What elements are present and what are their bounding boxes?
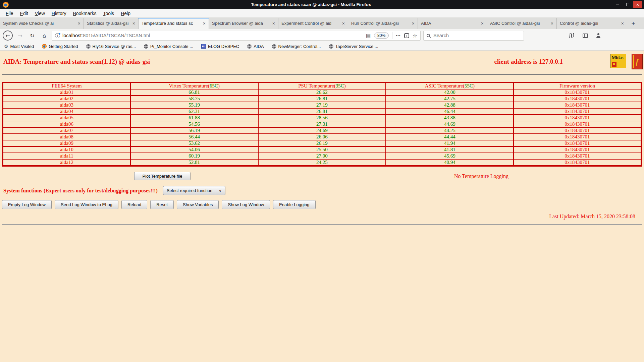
menu-help[interactable]: Help — [118, 10, 133, 17]
table-row: aida0561.8828.5643.880x18430701 — [3, 115, 641, 121]
reset-button[interactable]: Reset — [150, 200, 174, 209]
forward-button[interactable]: → — [15, 31, 25, 40]
tab-close-icon[interactable]: × — [481, 21, 484, 26]
table-row: aida1252.8124.2540.940x18430701 — [3, 159, 641, 166]
table-row: aida0756.1924.6944.250x18430701 — [3, 127, 641, 134]
bookmark-most-visited[interactable]: ⚙ Most Visited — [4, 44, 34, 49]
tab-close-icon[interactable]: × — [412, 21, 415, 26]
col-psu-temperature: PSU Temperature(35C) — [258, 82, 386, 89]
last-updated: Last Updated: March 15, 2020 23:58:08 — [0, 214, 635, 220]
send-log-to-elog-button[interactable]: Send Log Window to ELog — [55, 200, 118, 209]
col-fee64-system: FEE64 System — [3, 82, 130, 89]
logging-status: No Temperature Logging — [454, 173, 508, 179]
url-text: localhost:8015/AIDA/TSCAN/TSCAN.tml — [62, 33, 150, 38]
divider — [392, 32, 392, 39]
menu-edit[interactable]: Edit — [17, 10, 31, 17]
bookmarks-bar: ⚙ Most Visited Getting Started Rly16 Ser… — [0, 42, 644, 51]
toolbar-right-icons — [570, 33, 601, 38]
bookmark-aida[interactable]: AIDA — [247, 44, 264, 49]
library-icon[interactable] — [569, 33, 575, 38]
temperature-table: FEE64 System Virtex Temperature(65C) PSU… — [2, 82, 642, 167]
tab-close-icon[interactable]: × — [342, 21, 345, 26]
system-functions-row: System functions (Expert users only for … — [0, 186, 644, 195]
tab-close-icon[interactable]: × — [551, 21, 553, 26]
plot-temperature-button[interactable]: Plot Temperature file — [134, 172, 191, 180]
reader-mode-icon[interactable]: ▤ — [366, 33, 371, 39]
new-tab-button[interactable]: + — [627, 18, 639, 29]
bookmark-newmerger[interactable]: NewMerger: Control... — [272, 44, 321, 49]
tab-aida[interactable]: AIDA × — [418, 18, 487, 29]
url-host: localhost — [62, 33, 82, 38]
search-bar[interactable] — [423, 31, 524, 41]
tab-close-icon[interactable]: × — [272, 21, 275, 26]
home-button[interactable]: ⌂ — [40, 31, 49, 40]
site-info-icon[interactable]: i — [55, 33, 60, 38]
firefox-icon — [42, 44, 47, 49]
page-title: AIDA: Temperature and status scan(1.12) … — [3, 58, 150, 65]
url-bar[interactable]: i localhost:8015/AIDA/TSCAN/TSCAN.tml ▤ … — [52, 31, 421, 41]
bookmark-rly16-service[interactable]: Rly16 Service @ ras... — [86, 44, 136, 49]
bookmark-pi-monitor[interactable]: Pi_Monitor Console ... — [144, 44, 193, 49]
bookmark-tapeserver[interactable]: TapeServer Service ... — [329, 44, 378, 49]
menu-bookmarks[interactable]: Bookmarks — [70, 10, 99, 17]
tab-close-icon[interactable]: × — [621, 21, 624, 26]
col-firmware-version: Firmware version — [514, 82, 641, 89]
tab-close-icon[interactable]: × — [132, 21, 135, 26]
bookmark-star-icon[interactable]: ☆ — [413, 33, 417, 39]
bookmark-getting-started[interactable]: Getting Started — [42, 44, 78, 49]
menu-view[interactable]: View — [32, 10, 48, 17]
menu-history[interactable]: History — [49, 10, 69, 17]
action-buttons-row: Empty Log Window Send Log Window to ELog… — [2, 200, 644, 209]
table-row: aida0258.7526.8142.750x18430701 — [3, 96, 641, 102]
search-icon — [427, 34, 430, 37]
function-select[interactable]: Select required function ∨ — [163, 186, 225, 195]
window-title: Temperature and status scan @ aidas-gsi … — [9, 2, 613, 7]
tab-close-icon[interactable]: × — [78, 21, 80, 26]
zoom-level-indicator[interactable]: 80% — [374, 33, 389, 39]
tab-control[interactable]: Control @ aidas-gsi × — [557, 18, 627, 29]
show-log-window-button[interactable]: Show Log Window — [222, 200, 270, 209]
url-path: :8015/AIDA/TSCAN/TSCAN.tml — [82, 33, 150, 38]
midas-logo-mark — [612, 62, 616, 67]
fair-logo: f — [632, 54, 643, 69]
title-bar: Temperature and status scan @ aidas-gsi … — [0, 0, 644, 9]
globe-icon — [86, 44, 91, 49]
elog-icon: EL — [201, 44, 206, 49]
table-row: aida1160.1927.0045.690x18430701 — [3, 153, 641, 159]
menu-file[interactable]: File — [3, 10, 16, 17]
maximize-icon — [626, 3, 629, 6]
minimize-button[interactable]: ─ — [613, 1, 622, 8]
url-bar-actions: ▤ 80% ••• ∨ ☆ — [366, 32, 417, 39]
function-select-value: Select required function — [167, 188, 213, 193]
menu-bar: File Edit View History Bookmarks Tools H… — [0, 9, 644, 18]
tab-spectrum-browser[interactable]: Spectrum Browser @ aida × — [209, 18, 278, 29]
menu-tools[interactable]: Tools — [100, 10, 117, 17]
close-button[interactable]: × — [633, 1, 642, 8]
back-button[interactable]: ← — [3, 31, 13, 41]
sidebars-icon[interactable] — [583, 34, 588, 38]
table-row: aida0355.1927.1942.880x18430701 — [3, 102, 641, 108]
maximize-button[interactable] — [623, 1, 632, 8]
table-row: aida0654.5627.3144.690x18430701 — [3, 121, 641, 127]
account-icon[interactable] — [596, 33, 601, 38]
empty-log-window-button[interactable]: Empty Log Window — [2, 200, 52, 209]
bookmark-elog-despec[interactable]: EL ELOG DESPEC — [201, 44, 239, 49]
tab-statistics[interactable]: Statistics @ aidas-gsi × — [84, 18, 139, 29]
table-row: aida0166.8126.6242.000x18430701 — [3, 89, 641, 96]
divider — [2, 74, 642, 75]
pocket-icon[interactable]: ∨ — [404, 33, 409, 38]
search-input[interactable] — [433, 33, 521, 39]
logo-group: Midas f — [610, 54, 643, 69]
tab-temperature-scan-active[interactable]: Temperature and status sc × — [139, 18, 209, 29]
show-variables-button[interactable]: Show Variables — [177, 200, 219, 209]
tab-close-icon[interactable]: × — [203, 21, 206, 26]
tab-system-wide-checks[interactable]: System wide Checks @ ai × — [0, 18, 84, 29]
tab-run-control[interactable]: Run Control @ aidas-gsi × — [348, 18, 418, 29]
tab-asic-control[interactable]: ASIC Control @ aidas-gsi × — [487, 18, 557, 29]
firefox-logo-icon — [3, 2, 9, 8]
reload-button[interactable]: ↻ — [28, 31, 37, 40]
page-actions-icon[interactable]: ••• — [396, 34, 401, 38]
tab-experiment-control[interactable]: Experiment Control @ aid × — [278, 18, 348, 29]
reload-page-button[interactable]: Reload — [121, 200, 147, 209]
enable-logging-button[interactable]: Enable Logging — [273, 200, 315, 209]
